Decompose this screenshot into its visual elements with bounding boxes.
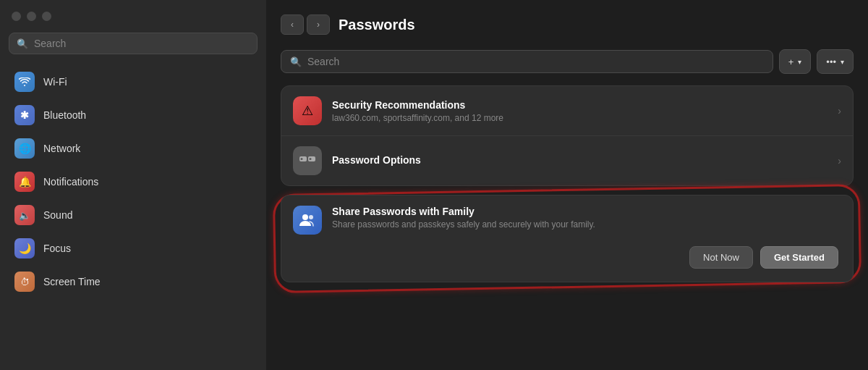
svg-point-1 <box>301 158 303 160</box>
network-icon: 🌐 <box>14 138 35 159</box>
svg-point-5 <box>309 215 313 219</box>
family-card-wrapper: Share Passwords with Family Share passwo… <box>281 195 854 282</box>
sidebar: 🔍 Wi-Fi ✱ Bluetooth 🌐 <box>0 0 266 370</box>
screentime-icon: ⏱ <box>14 272 35 292</box>
sound-icon: 🔈 <box>14 205 35 225</box>
sidebar-item-wifi[interactable]: Wi-Fi <box>6 66 260 98</box>
sidebar-item-label-sound: Sound <box>43 209 72 221</box>
sidebar-item-sound[interactable]: 🔈 Sound <box>6 199 260 231</box>
main-search-icon: 🔍 <box>290 56 302 67</box>
focus-icon: 🌙 <box>14 238 35 258</box>
family-card-content: Share Passwords with Family Share passwo… <box>281 195 853 282</box>
sidebar-item-screentime[interactable]: ⏱ Screen Time <box>6 266 260 298</box>
not-now-button[interactable]: Not Now <box>689 246 753 269</box>
plus-icon: + <box>788 56 794 67</box>
sidebar-item-label-network: Network <box>43 143 80 154</box>
nav-back-button[interactable]: ‹ <box>281 14 304 35</box>
family-card-top: Share Passwords with Family Share passwo… <box>293 206 841 235</box>
sidebar-item-notifications[interactable]: 🔔 Notifications <box>6 166 260 198</box>
close-button[interactable] <box>12 12 21 21</box>
security-chevron-icon: › <box>838 105 841 117</box>
sidebar-item-label-wifi: Wi-Fi <box>43 76 67 88</box>
nav-forward-button[interactable]: › <box>307 14 330 35</box>
traffic-lights <box>0 12 266 33</box>
password-options-icon <box>293 146 322 175</box>
sidebar-items-list: Wi-Fi ✱ Bluetooth 🌐 Network 🔔 Notificati… <box>0 66 266 298</box>
main-header: ‹ › Passwords <box>281 14 854 35</box>
security-icon: ⚠ <box>293 96 322 125</box>
sidebar-item-bluetooth[interactable]: ✱ Bluetooth <box>6 99 260 131</box>
password-options-card-text: Password Options <box>332 154 827 168</box>
password-options-chevron-icon: › <box>838 155 841 167</box>
sidebar-search-icon: 🔍 <box>17 38 28 49</box>
notifications-icon: 🔔 <box>14 172 35 192</box>
security-card-text: Security Recommendations law360.com, spo… <box>332 99 827 123</box>
security-card-subtitle: law360.com, sportsaffinity.com, and 12 m… <box>332 113 827 123</box>
more-button[interactable]: ••• ▾ <box>817 49 854 74</box>
sidebar-item-label-focus: Focus <box>43 243 71 254</box>
password-options-card-title: Password Options <box>332 154 827 166</box>
main-search-bar: 🔍 + ▾ ••• ▾ <box>281 49 854 74</box>
page-title: Passwords <box>339 17 415 33</box>
sidebar-search-input[interactable] <box>34 38 250 49</box>
sidebar-item-label-notifications: Notifications <box>43 176 98 188</box>
sidebar-item-label-screentime: Screen Time <box>43 276 101 287</box>
main-content: ‹ › Passwords 🔍 + ▾ ••• ▾ ⚠ Security Rec… <box>266 0 868 370</box>
nav-buttons: ‹ › <box>281 14 330 35</box>
family-card-subtitle: Share passwords and passkeys safely and … <box>332 219 841 230</box>
maximize-button[interactable] <box>42 12 51 21</box>
sidebar-item-label-bluetooth: Bluetooth <box>43 109 86 121</box>
svg-point-4 <box>302 214 308 220</box>
family-card-actions: Not Now Get Started <box>293 246 841 272</box>
cards-section: ⚠ Security Recommendations law360.com, s… <box>281 85 854 186</box>
sidebar-search-container[interactable]: 🔍 <box>9 33 258 54</box>
more-dots-icon: ••• <box>826 56 836 67</box>
main-search-input[interactable] <box>307 56 764 67</box>
get-started-button[interactable]: Get Started <box>760 246 838 269</box>
family-icon <box>293 206 322 235</box>
svg-point-3 <box>310 158 312 160</box>
family-card-title: Share Passwords with Family <box>332 206 841 217</box>
bluetooth-icon: ✱ <box>14 105 35 125</box>
family-card: Share Passwords with Family Share passwo… <box>281 195 854 282</box>
wifi-icon <box>14 72 35 92</box>
add-chevron-icon: ▾ <box>798 58 801 66</box>
security-recommendations-card[interactable]: ⚠ Security Recommendations law360.com, s… <box>281 86 853 136</box>
security-card-title: Security Recommendations <box>332 99 827 111</box>
family-card-text: Share Passwords with Family Share passwo… <box>332 206 841 230</box>
sidebar-item-focus[interactable]: 🌙 Focus <box>6 232 260 264</box>
password-options-card[interactable]: Password Options › <box>281 136 853 185</box>
more-chevron-icon: ▾ <box>841 58 844 66</box>
minimize-button[interactable] <box>27 12 36 21</box>
add-button[interactable]: + ▾ <box>779 49 812 74</box>
main-search-container[interactable]: 🔍 <box>281 50 773 73</box>
sidebar-item-network[interactable]: 🌐 Network <box>6 133 260 164</box>
